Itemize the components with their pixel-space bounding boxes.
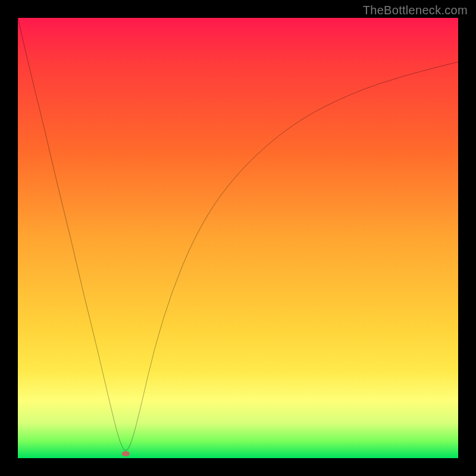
bottleneck-curve (18, 18, 458, 450)
watermark-text: TheBottleneck.com (363, 4, 468, 17)
chart-frame: TheBottleneck.com (0, 0, 476, 476)
plot-area (18, 18, 458, 458)
curve-layer (18, 18, 458, 458)
minimum-marker (122, 451, 130, 456)
